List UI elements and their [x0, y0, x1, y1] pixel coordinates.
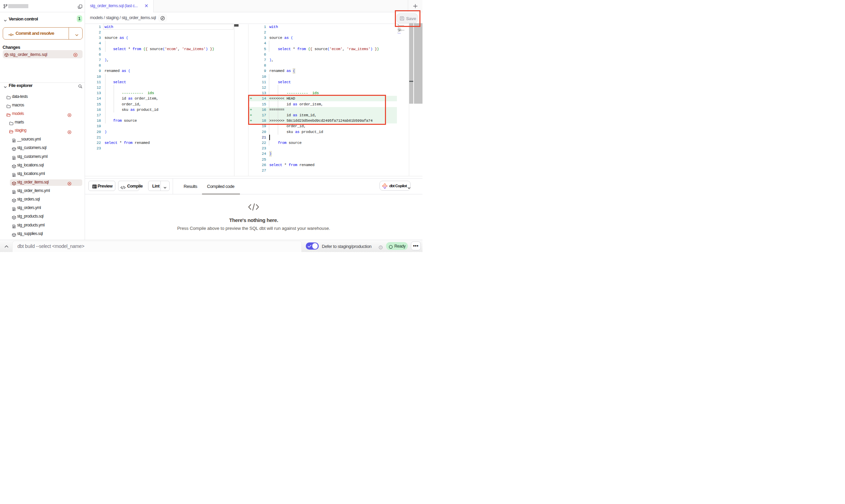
svg-text:?: ? [380, 246, 382, 248]
